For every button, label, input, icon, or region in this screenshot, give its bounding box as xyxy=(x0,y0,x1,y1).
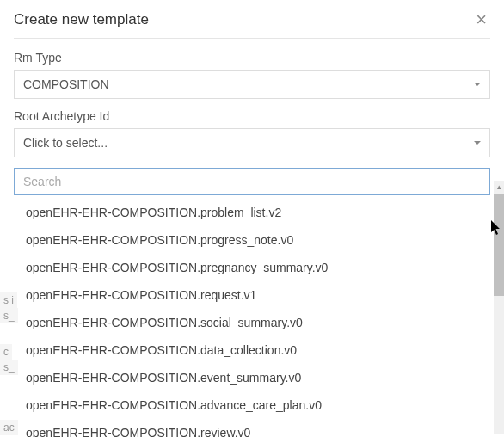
rm-type-select[interactable]: COMPOSITION xyxy=(14,70,490,99)
scroll-up-arrow-icon[interactable]: ▴ xyxy=(495,182,502,189)
dropdown-option[interactable]: openEHR-EHR-COMPOSITION.problem_list.v2 xyxy=(14,199,490,226)
modal-header: Create new template × xyxy=(14,10,490,39)
archetype-dropdown-list: openEHR-EHR-COMPOSITION.problem_list.v2 … xyxy=(14,199,490,437)
dropdown-option[interactable]: openEHR-EHR-COMPOSITION.data_collection.… xyxy=(14,336,490,364)
dropdown-option[interactable]: openEHR-EHR-COMPOSITION.request.v1 xyxy=(14,281,490,309)
caret-down-icon xyxy=(474,83,481,86)
rm-type-value: COMPOSITION xyxy=(23,77,109,91)
modal-title: Create new template xyxy=(14,11,149,28)
dropdown-option[interactable]: openEHR-EHR-COMPOSITION.advance_care_pla… xyxy=(14,391,490,419)
scrollbar-thumb[interactable] xyxy=(494,194,504,296)
caret-down-icon xyxy=(474,141,481,145)
dropdown-option[interactable]: openEHR-EHR-COMPOSITION.review.v0 xyxy=(14,419,490,437)
dropdown-option[interactable]: openEHR-EHR-COMPOSITION.event_summary.v0 xyxy=(14,364,490,391)
close-button[interactable]: × xyxy=(472,10,490,29)
dropdown-option[interactable]: openEHR-EHR-COMPOSITION.pregnancy_summar… xyxy=(14,254,490,281)
root-archetype-label: Root Archetype Id xyxy=(14,109,490,123)
bg-fragment: c xyxy=(0,344,12,360)
create-template-modal: Create new template × Rm Type COMPOSITIO… xyxy=(0,0,504,437)
root-archetype-select[interactable]: Click to select... xyxy=(14,128,490,157)
dropdown-option[interactable]: openEHR-EHR-COMPOSITION.progress_note.v0 xyxy=(14,226,490,254)
root-archetype-placeholder: Click to select... xyxy=(23,136,108,150)
rm-type-label: Rm Type xyxy=(14,51,490,65)
dropdown-option[interactable]: openEHR-EHR-COMPOSITION.social_summary.v… xyxy=(14,309,490,336)
archetype-search-input[interactable] xyxy=(14,168,490,195)
scrollbar-track[interactable]: ▴ xyxy=(494,181,504,434)
